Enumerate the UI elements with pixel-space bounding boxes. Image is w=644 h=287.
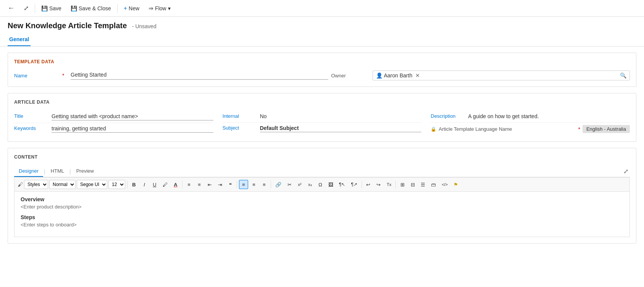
template-data-section: TEMPLATE DATA Name * Getting Started Own… [8,53,636,87]
expand-button[interactable]: ⤢ [623,168,630,175]
save-close-button[interactable]: 💾 Save & Close [68,4,114,13]
description-value: A guide on how to get started. [468,113,630,120]
tab-designer[interactable]: Designer [14,166,43,177]
description-row: Description A guide on how to get starte… [431,111,630,123]
special-char-button[interactable]: Ω [316,180,325,189]
highlight-button[interactable]: 🖊 [160,180,170,189]
name-label: Name [14,73,60,79]
ltr-button[interactable]: ¶↗ [349,180,359,189]
clear-format-button[interactable]: Tx [384,180,394,189]
toolbar: ← ⤢ 💾 Save 💾 Save & Close + New ⇒ Flow ▾ [0,0,644,17]
insert-image-button[interactable]: 🗃 [429,180,438,189]
subject-value[interactable]: Default Subject [260,125,422,132]
internal-value: No [260,113,422,120]
tab-sep-2: | [69,168,72,175]
ul-button[interactable]: ≡ [184,180,194,189]
table-manage-button[interactable]: ⊟ [408,180,417,189]
lock-icon: 🔒 [431,127,436,132]
font-color-button[interactable]: A [171,180,180,189]
editor-area[interactable]: Overview <Enter product description> Ste… [14,191,630,237]
save-button[interactable]: 💾 Save [38,4,65,13]
tab-preview[interactable]: Preview [72,166,98,177]
undo-button[interactable]: ↩ [364,180,373,189]
owner-tag: 👤 Aaron Barth ✕ [376,72,420,79]
article-data-section: ARTICLE DATA Title Getting started with … [8,93,636,142]
page-title-bar: New Knowledge Article Template - Unsaved [0,17,644,32]
template-data-grid: Name * Getting Started Owner * 👤 Aaron B… [14,71,630,80]
new-icon: + [124,5,127,12]
italic-button[interactable]: I [140,180,149,189]
unlink-button[interactable]: ✂ [285,180,294,189]
page-title: New Knowledge Article Template - Unsaved [8,21,636,30]
internal-row: Internal No [223,111,422,123]
lang-required: * [578,126,580,132]
align-right-button[interactable]: ≡ [260,180,269,189]
format-select[interactable]: Normal [49,180,76,189]
flag-button[interactable]: ⚑ [451,180,460,189]
name-label-container: Name * [14,72,68,79]
tab-html[interactable]: HTML [46,166,69,177]
bold-button[interactable]: B [129,180,139,189]
article-col-1: Title Getting started with <product name… [14,111,213,135]
article-data-title: ARTICLE DATA [14,99,630,105]
owner-field[interactable]: 👤 Aaron Barth ✕ 🔍 [373,71,630,80]
editor-div-6 [395,181,396,188]
flow-button[interactable]: ⇒ Flow ▾ [145,3,174,13]
owner-search-icon[interactable]: 🔍 [620,72,626,79]
indent-dec-button[interactable]: ⇤ [205,180,214,189]
flow-dropdown-icon: ▾ [168,5,171,11]
keywords-label: Keywords [14,125,48,131]
article-col-3: Description A guide on how to get starte… [431,111,630,135]
popup-icon: ⤢ [24,5,29,12]
title-label: Title [14,113,48,119]
keywords-value[interactable]: training, getting started [52,125,213,133]
save-label: Save [49,5,61,11]
save-close-icon: 💾 [71,5,77,11]
owner-value: Aaron Barth [384,72,413,79]
font-select[interactable]: Segoe UI [77,180,107,189]
subject-row: Subject Default Subject [223,123,422,135]
keywords-row: Keywords training, getting started [14,123,213,135]
editor-div-5 [362,181,362,188]
redo-button[interactable]: ↪ [374,180,383,189]
title-value[interactable]: Getting started with <product name> [52,113,213,120]
back-button[interactable]: ← [5,3,18,14]
article-data-grid: Title Getting started with <product name… [14,111,630,135]
new-button[interactable]: + New [121,3,142,13]
table-insert-button[interactable]: ⊞ [398,180,407,189]
page-title-text: New Knowledge Article Template [8,21,127,30]
ol-button[interactable]: ≡ [195,180,204,189]
size-select[interactable]: 12 [108,180,125,189]
popup-button[interactable]: ⤢ [21,3,32,13]
template-data-title: TEMPLATE DATA [14,59,630,64]
owner-label: Owner [331,73,377,79]
image-button[interactable]: 🖼 [326,180,336,189]
tab-general[interactable]: General [8,33,31,46]
align-center-button[interactable]: ≡ [249,180,258,189]
editor-div-3 [237,181,237,188]
steps-heading: Steps [21,214,623,220]
name-value[interactable]: Getting Started [71,72,328,80]
indent-inc-button[interactable]: ⇥ [215,180,224,189]
underline-button[interactable]: U [150,180,159,189]
quote-button[interactable]: ❝ [226,180,235,189]
subscript-button[interactable]: x₂ [305,180,315,189]
toolbar-divider-1 [35,4,35,13]
source-button[interactable]: </> [439,180,450,189]
align-left-button[interactable]: ≡ [239,180,248,189]
link-button[interactable]: 🔗 [273,180,284,189]
list-button[interactable]: ☰ [418,180,428,189]
overview-placeholder: <Enter product description> [21,204,623,210]
owner-person-icon: 👤 [376,72,383,79]
rtl-button[interactable]: ¶↖ [337,180,347,189]
subject-label: Subject [223,125,257,131]
tabs-bar: General [0,32,644,46]
lang-value[interactable]: English - Australia [583,125,630,133]
editor-div-2 [182,181,182,188]
save-icon: 💾 [41,5,48,11]
styles-select[interactable]: Styles [24,180,48,189]
owner-remove-button[interactable]: ✕ [415,72,420,79]
unsaved-label: - Unsaved [132,23,157,29]
superscript-button[interactable]: x² [295,180,304,189]
owner-label-container: Owner * [331,72,370,79]
